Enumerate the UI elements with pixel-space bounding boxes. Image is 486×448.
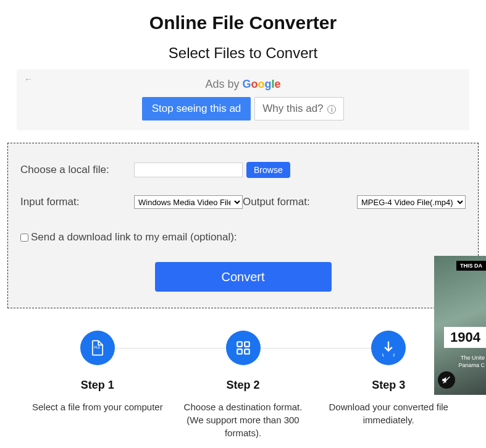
svg-rect-3: [237, 349, 242, 354]
step-desc: Choose a destination format. (We support…: [175, 400, 311, 439]
ad-block: ← Ads by Google Stop seeing this ad Why …: [17, 69, 469, 130]
input-format-select[interactable]: Windows Media Video File(.wmv): [134, 195, 243, 209]
page-subtitle: Select Files to Convert: [0, 44, 486, 62]
step-title: Step 1: [30, 379, 165, 392]
video-tag: THIS DA: [456, 261, 486, 271]
svg-rect-1: [237, 342, 242, 347]
svg-rect-2: [245, 342, 249, 347]
browse-button[interactable]: Browse: [246, 162, 290, 178]
info-icon: i: [327, 105, 336, 114]
page-title: Online File Converter: [0, 12, 486, 33]
step-title: Step 3: [321, 379, 456, 392]
convert-button[interactable]: Convert: [155, 262, 332, 292]
step-desc: Download your converted file immediately…: [321, 400, 456, 426]
why-this-ad-button[interactable]: Why this ad? i: [254, 97, 344, 120]
choose-file-label: Choose a local file:: [20, 164, 134, 176]
output-format-select[interactable]: MPEG-4 Video File(.mp4): [357, 195, 466, 209]
video-caption: The Unite Panama C: [458, 355, 485, 369]
ads-by-label: Ads by Google: [17, 78, 469, 91]
grid-icon: [226, 331, 261, 365]
stop-seeing-ad-button[interactable]: Stop seeing this ad: [142, 97, 251, 120]
step-desc: Select a file from your computer: [30, 400, 165, 413]
step-title: Step 2: [175, 379, 311, 392]
svg-text:FILE: FILE: [94, 346, 100, 349]
ad-back-arrow-icon[interactable]: ←: [24, 74, 33, 84]
svg-rect-4: [245, 349, 249, 354]
download-icon: [371, 331, 406, 365]
output-format-label: Output format:: [243, 196, 310, 208]
file-input[interactable]: [134, 163, 243, 177]
steps-row: FILE Step 1 Select a file from your comp…: [25, 331, 461, 439]
step-3: Step 3 Download your converted file imme…: [316, 331, 461, 439]
input-format-label: Input format:: [20, 196, 134, 208]
google-logo: Google: [242, 78, 280, 90]
step-1: FILE Step 1 Select a file from your comp…: [25, 331, 170, 439]
email-link-checkbox[interactable]: [20, 234, 28, 242]
converter-form: Choose a local file: Browse Input format…: [7, 143, 479, 308]
file-icon: FILE: [80, 331, 115, 365]
email-link-label: Send a download link to my email (option…: [31, 231, 237, 243]
step-2: Step 2 Choose a destination format. (We …: [170, 331, 316, 439]
